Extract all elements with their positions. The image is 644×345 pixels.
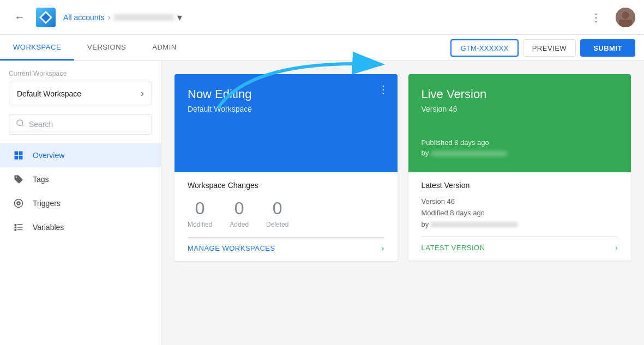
tab-workspace[interactable]: WORKSPACE (0, 35, 74, 60)
deleted-count: 0 (266, 198, 288, 219)
workspace-selector-name: Default Workspace (17, 89, 81, 98)
latest-version-number: Version 46 (422, 196, 618, 208)
content-area: ⋮ Now Editing Default Workspace Workspac… (161, 61, 644, 345)
overview-icon (13, 150, 24, 161)
latest-version-title: Latest Version (422, 181, 618, 190)
nav-item-triggers[interactable]: Triggers (0, 191, 161, 215)
deleted-label: Deleted (266, 221, 288, 228)
live-version-author-blurred (431, 151, 507, 156)
nav-item-tags[interactable]: Tags (0, 167, 161, 191)
svg-rect-12 (19, 152, 23, 155)
tags-icon (13, 174, 24, 185)
account-name-blurred (114, 14, 174, 21)
manage-workspaces-link[interactable]: MANAGE WORKSPACES › (188, 237, 384, 252)
nav-tags-label: Tags (33, 175, 49, 184)
svg-rect-19 (15, 227, 17, 229)
latest-version-detail: Version 46 Modified 8 days ago by (422, 196, 618, 230)
tab-admin[interactable]: ADMIN (139, 35, 189, 60)
svg-rect-18 (15, 224, 17, 226)
svg-rect-11 (15, 156, 19, 160)
now-editing-dots[interactable]: ⋮ (378, 83, 389, 96)
user-avatar[interactable] (616, 8, 635, 27)
nav-overview-label: Overview (33, 151, 64, 160)
latest-version-modified: Modified 8 days ago (422, 208, 618, 219)
latest-version-author-blurred (431, 222, 518, 227)
preview-button[interactable]: PREVIEW (523, 39, 576, 57)
account-dropdown[interactable]: ▾ (177, 11, 182, 23)
modified-label: Modified (188, 221, 212, 228)
svg-rect-23 (17, 229, 23, 231)
live-version-by: by (422, 149, 621, 157)
now-editing-title: Now Editing (188, 87, 387, 101)
latest-version-link-chevron-icon: › (615, 244, 618, 252)
svg-rect-7 (619, 20, 632, 27)
workspace-changes-counts: 0 Modified 0 Added 0 Deleted (188, 198, 384, 228)
workspace-selector-chevron-icon: › (141, 88, 144, 99)
nav-item-variables[interactable]: Variables (0, 215, 161, 239)
added-label: Added (230, 221, 249, 228)
svg-rect-20 (15, 229, 17, 231)
search-box[interactable] (9, 114, 152, 135)
workspace-changes-card: Workspace Changes 0 Modified 0 Added 0 D… (174, 172, 398, 261)
svg-rect-13 (19, 156, 23, 160)
all-accounts-link[interactable]: All accounts (63, 13, 104, 22)
svg-rect-22 (17, 227, 23, 228)
sidebar: Current Workspace Default Workspace › (0, 61, 161, 345)
nav-triggers-label: Triggers (33, 199, 61, 208)
back-icon: ← (14, 11, 25, 23)
live-version-title: Live Version (422, 87, 621, 101)
svg-point-17 (18, 203, 20, 204)
tab-bar: WORKSPACE VERSIONS ADMIN GTM-XXXXXX PREV… (0, 35, 644, 61)
modified-count: 0 (188, 198, 212, 219)
search-input[interactable] (29, 120, 145, 129)
dropdown-arrow-icon: ▾ (177, 11, 182, 23)
current-workspace-label: Current Workspace (0, 70, 161, 82)
added-count-item: 0 Added (230, 198, 249, 228)
workspace-changes-title: Workspace Changes (188, 181, 384, 190)
left-column: ⋮ Now Editing Default Workspace Workspac… (174, 74, 398, 261)
modified-count-item: 0 Modified (188, 198, 212, 228)
latest-version-by: by (422, 219, 618, 231)
latest-version-link-text: LATEST VERSION (422, 244, 485, 252)
live-version-top: Live Version Version 46 (422, 87, 621, 113)
workspace-selector[interactable]: Default Workspace › (9, 82, 152, 105)
top-bar: ← All accounts › ▾ ⋮ (0, 0, 644, 35)
now-editing-card: ⋮ Now Editing Default Workspace (174, 74, 398, 172)
variables-icon (13, 222, 24, 233)
now-editing-subtitle: Default Workspace (188, 105, 387, 113)
svg-rect-10 (15, 152, 19, 155)
breadcrumb: All accounts › ▾ (63, 11, 585, 23)
submit-button[interactable]: SUBMIT (580, 39, 635, 57)
svg-rect-21 (17, 224, 23, 225)
manage-workspaces-text: MANAGE WORKSPACES (188, 244, 275, 252)
svg-point-14 (16, 177, 17, 178)
manage-workspaces-chevron-icon: › (382, 244, 384, 252)
back-button[interactable]: ← (9, 7, 31, 28)
tab-versions[interactable]: VERSIONS (74, 35, 139, 60)
latest-version-card: Latest Version Version 46 Modified 8 day… (408, 172, 631, 261)
svg-line-9 (22, 125, 23, 126)
gtm-id-button[interactable]: GTM-XXXXXX (450, 39, 518, 57)
live-version-bottom: Published 8 days ago by (422, 138, 621, 157)
deleted-count-item: 0 Deleted (266, 198, 288, 228)
breadcrumb-chevron: › (107, 13, 110, 22)
more-options-button[interactable]: ⋮ (585, 7, 607, 28)
gtm-logo (35, 7, 57, 28)
search-icon (16, 119, 25, 130)
nav-item-overview[interactable]: Overview (0, 143, 161, 167)
latest-version-link[interactable]: LATEST VERSION › (422, 237, 618, 252)
nav-variables-label: Variables (33, 223, 64, 232)
live-version-card: Live Version Version 46 Published 8 days… (408, 74, 631, 172)
top-bar-actions: ⋮ (585, 7, 635, 28)
triggers-icon (13, 198, 24, 209)
svg-point-6 (622, 11, 629, 19)
live-version-published: Published 8 days ago (422, 138, 621, 147)
right-column: Live Version Version 46 Published 8 days… (408, 74, 631, 261)
main-layout: Current Workspace Default Workspace › (0, 61, 644, 345)
added-count: 0 (230, 198, 249, 219)
live-version-version: Version 46 (422, 105, 621, 113)
svg-point-8 (17, 120, 23, 126)
